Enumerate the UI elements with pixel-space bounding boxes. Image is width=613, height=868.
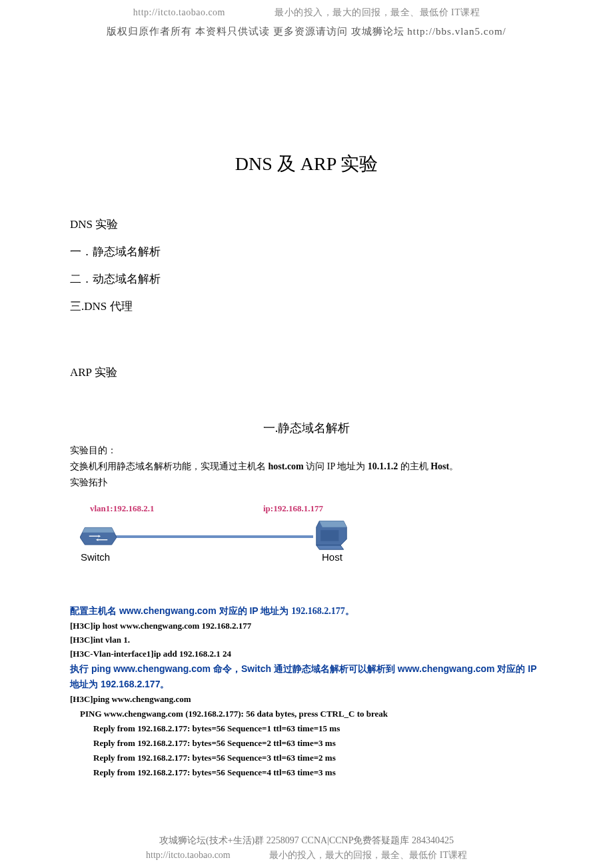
switch-icon <box>80 520 117 548</box>
config-desc-2: 执行 ping www.chengwang.com 命令，Switch 通过静态… <box>70 661 543 693</box>
toc-item-2: 二．动态域名解析 <box>70 271 543 287</box>
ping-reply-4: Reply from 192.168.2.177: bytes=56 Seque… <box>80 765 543 780</box>
command-3: [H3C-Vlan-interface1]ip add 192.168.2.1 … <box>70 647 543 661</box>
ping-reply-3: Reply from 192.168.2.177: bytes=56 Seque… <box>80 751 543 765</box>
footer-url: http://itcto.taobao.com <box>146 850 231 861</box>
command-1: [H3C]ip host www.chengwang.com 192.168.2… <box>70 619 543 633</box>
header-url: http://itcto.taobao.com <box>133 7 225 18</box>
svg-marker-1 <box>83 528 115 533</box>
page-footer: 攻城狮论坛(技术+生活)群 2258097 CCNA|CCNP免费答疑题库 28… <box>0 835 613 861</box>
page-header: http://itcto.taobao.com 最小的投入，最大的回报，最全、最… <box>70 0 543 19</box>
svg-rect-8 <box>320 531 338 541</box>
toc-dns-heading: DNS 实验 <box>70 217 543 232</box>
header-rights: 版权归原作者所有 本资料只供试读 更多资源请访问 攻城狮论坛 http://bb… <box>70 25 543 38</box>
command-4: [H3C]ping www.chengwang.com <box>70 693 543 707</box>
purpose-ip: 10.1.1.2 <box>368 461 398 471</box>
ping-reply-2: Reply from 192.168.2.177: bytes=56 Seque… <box>80 736 543 751</box>
footer-line-1: 攻城狮论坛(技术+生活)群 2258097 CCNA|CCNP免费答疑题库 28… <box>0 835 613 847</box>
ping-output: PING www.chengwang.com (192.168.2.177): … <box>70 707 543 780</box>
host-icon <box>313 518 350 551</box>
config-desc-1: 配置主机名 www.chengwang.com 对应的 IP 地址为 192.1… <box>70 603 543 619</box>
diagram-host-label: Host <box>322 551 342 563</box>
section-1-heading: 一.静态域名解析 <box>70 420 543 436</box>
diagram-link-line <box>113 535 313 538</box>
topology-label: 实验拓扑 <box>70 477 107 487</box>
purpose-text-2: 访问 IP 地址为 <box>304 461 368 471</box>
header-slogan: 最小的投入，最大的回报，最全、最低价 IT课程 <box>275 7 480 17</box>
diagram-switch-label: Switch <box>81 551 110 563</box>
purpose-hostname: Host <box>430 461 449 471</box>
svg-marker-9 <box>316 545 344 549</box>
diagram-vlan-label: vlan1:192.168.2.1 <box>90 503 154 514</box>
ping-header: PING www.chengwang.com (192.168.2.177): … <box>80 707 543 721</box>
diagram-ip-label: ip:192.168.1.177 <box>263 503 323 514</box>
purpose-label: 实验目的： <box>70 445 117 455</box>
toc-arp-heading: ARP 实验 <box>70 365 543 380</box>
toc-item-1: 一．静态域名解析 <box>70 244 543 259</box>
command-2: [H3C]int vlan 1. <box>70 633 543 647</box>
topology-diagram: vlan1:192.168.2.1 ip:192.168.1.177 Switc… <box>70 503 543 577</box>
purpose-text-3: 的主机 <box>398 461 430 471</box>
document-page: http://itcto.taobao.com 最小的投入，最大的回报，最全、最… <box>0 0 613 868</box>
purpose-text-1: 交换机利用静态域名解析功能，实现通过主机名 <box>70 461 269 471</box>
purpose-text-4: 。 <box>449 461 458 471</box>
svg-marker-7 <box>319 521 346 527</box>
footer-slogan: 最小的投入，最大的回报，最全、最低价 IT课程 <box>269 850 467 860</box>
document-title: DNS 及 ARP 实验 <box>70 151 543 177</box>
purpose-host: host.com <box>269 461 304 471</box>
toc-item-3: 三.DNS 代理 <box>70 299 543 314</box>
experiment-purpose: 实验目的： 交换机利用静态域名解析功能，实现通过主机名 host.com 访问 … <box>70 443 543 490</box>
ping-reply-1: Reply from 192.168.2.177: bytes=56 Seque… <box>80 721 543 736</box>
